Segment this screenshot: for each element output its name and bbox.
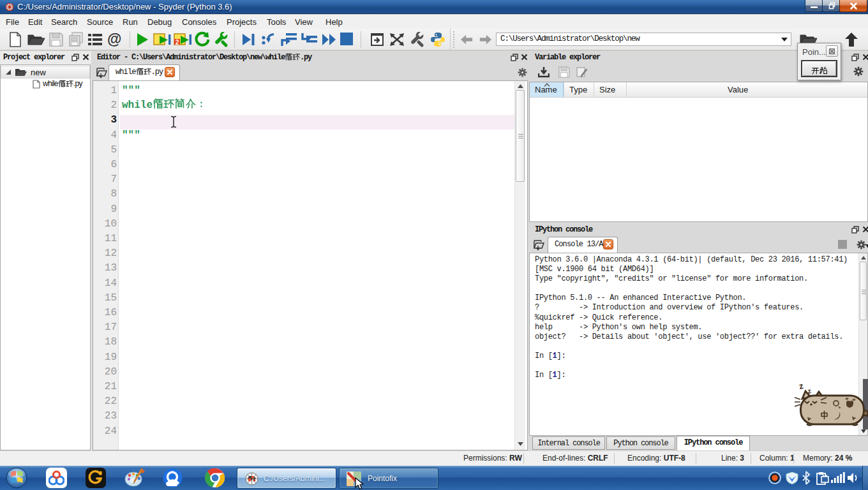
svg-text:z: z (798, 381, 805, 391)
svg-text:2: 2 (176, 39, 179, 46)
